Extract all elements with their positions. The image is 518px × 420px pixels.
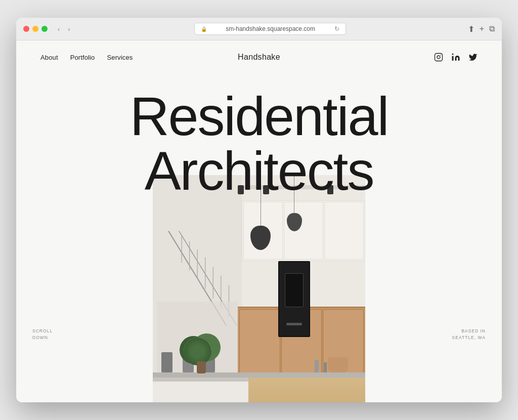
- svg-point-2: [440, 55, 441, 56]
- browser-nav-controls: ‹ ›: [56, 24, 72, 34]
- scroll-label-line1: SCROLL: [32, 328, 53, 335]
- nav-social: [434, 53, 478, 62]
- location-label-line1: BASED IN: [452, 328, 486, 335]
- reload-icon[interactable]: ↻: [334, 25, 339, 32]
- linkedin-icon[interactable]: [451, 53, 460, 62]
- svg-point-1: [437, 56, 440, 59]
- url-text: sm-handshake.squarespace.com: [210, 25, 331, 32]
- back-button[interactable]: ‹: [56, 24, 62, 34]
- navigation: About Portfolio Services Handshake: [16, 40, 502, 74]
- address-bar: 🔒 sm-handshake.squarespace.com ↻: [78, 23, 462, 35]
- browser-actions: ⬆ + ⧉: [468, 24, 495, 34]
- svg-point-4: [452, 54, 454, 55]
- url-bar[interactable]: 🔒 sm-handshake.squarespace.com ↻: [194, 23, 346, 35]
- close-button[interactable]: [23, 26, 29, 32]
- browser-chrome: ‹ › 🔒 sm-handshake.squarespace.com ↻ ⬆ +…: [16, 18, 502, 40]
- svg-rect-3: [452, 56, 454, 61]
- fullscreen-button[interactable]: [41, 26, 48, 32]
- site-logo[interactable]: Handshake: [238, 53, 280, 62]
- share-icon[interactable]: ⬆: [468, 24, 474, 34]
- hero-image: [153, 175, 365, 402]
- forward-button[interactable]: ›: [66, 24, 72, 34]
- location-label: BASED IN SEATTLE, WA: [452, 328, 486, 342]
- tabs-icon[interactable]: ⧉: [489, 24, 495, 33]
- hero-headline: Residential Architects: [16, 89, 502, 198]
- browser-window: ‹ › 🔒 sm-handshake.squarespace.com ↻ ⬆ +…: [16, 18, 502, 402]
- instagram-icon[interactable]: [434, 53, 443, 62]
- location-label-line2: SEATTLE, WA: [452, 334, 486, 342]
- hero-line1: Residential: [36, 89, 482, 144]
- twitter-icon[interactable]: [468, 53, 478, 62]
- nav-services[interactable]: Services: [107, 54, 133, 61]
- nav-left: About Portfolio Services: [40, 54, 133, 61]
- hero-section: Residential Architects: [16, 74, 502, 402]
- scroll-down-label: SCROLL DOWN: [32, 328, 53, 342]
- hero-line2: Architects: [36, 144, 482, 198]
- lock-icon: 🔒: [201, 26, 207, 32]
- new-tab-icon[interactable]: +: [480, 24, 484, 33]
- website-content: About Portfolio Services Handshake: [16, 40, 502, 402]
- minimize-button[interactable]: [32, 26, 38, 32]
- nav-about[interactable]: About: [40, 54, 58, 61]
- svg-rect-0: [435, 54, 443, 61]
- kitchen-scene: [153, 175, 365, 402]
- nav-portfolio[interactable]: Portfolio: [70, 54, 95, 61]
- scroll-label-line2: DOWN: [32, 334, 53, 342]
- traffic-lights: [23, 26, 48, 32]
